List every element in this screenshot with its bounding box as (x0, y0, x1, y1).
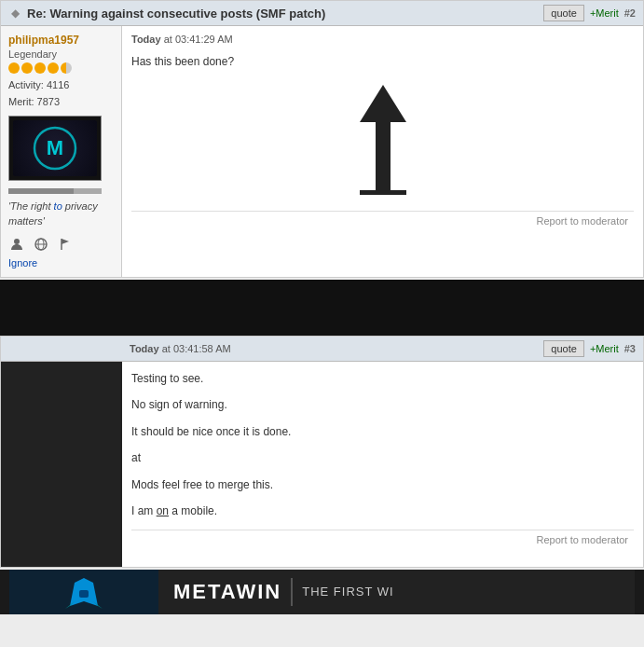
user-info-1: philipma1957 Legendary Activity: 4116 Me… (1, 26, 122, 277)
date-today-1: Today (131, 34, 161, 45)
post-title: Re: Warning against consecutive posts (S… (27, 7, 538, 21)
quote-button-1[interactable]: quote (543, 5, 584, 21)
merit-button-1[interactable]: +Merit (590, 7, 619, 19)
post-content-1: Today at 03:41:29 AM Has this been done? (122, 26, 643, 277)
banner-text-area[interactable]: METAWIN THE FIRST WI (158, 570, 635, 614)
post-line-6: I am on a mobile. (131, 502, 634, 520)
post-line-2: No sign of warning. (131, 395, 634, 414)
post-line-4: at (131, 448, 634, 467)
banner-logo-area[interactable] (9, 570, 158, 614)
date-at-2: at (162, 343, 171, 354)
line-6-before: I am (131, 504, 157, 517)
star-1 (8, 62, 20, 74)
post-2: Today at 03:41:58 AM quote +Merit #3 Tes… (0, 336, 644, 568)
banner: METAWIN THE FIRST WI (0, 570, 644, 614)
report-moderator-link-1[interactable]: Report to moderator (537, 215, 628, 227)
user-stars-1 (8, 62, 114, 74)
svg-rect-10 (360, 190, 406, 195)
activity-label: Activity: (8, 79, 44, 90)
user-rank-1: Legendary (8, 48, 114, 60)
flag-icon[interactable] (57, 236, 74, 253)
banner-brand: METAWIN (173, 580, 281, 604)
quote-button-2[interactable]: quote (543, 340, 584, 357)
report-link-1: Report to moderator (131, 211, 634, 230)
post-body-text-1: Has this been done? (131, 55, 234, 68)
report-link-2: Report to moderator (131, 530, 634, 549)
date-at-1: at (164, 34, 172, 45)
svg-point-2 (14, 239, 20, 244)
post-actions-2: quote +Merit #3 (543, 340, 636, 357)
globe-icon[interactable] (33, 236, 49, 253)
date-time-1: 03:41:29 AM (175, 34, 233, 45)
post-line-5: Mods feel free to merge this. (131, 475, 634, 494)
post-number-2: #3 (624, 343, 636, 354)
up-arrow-svg (355, 80, 411, 201)
user-avatar-1: M (8, 116, 102, 181)
report-moderator-link-2[interactable]: Report to moderator (537, 534, 628, 545)
svg-marker-13 (93, 601, 103, 609)
merit-button-2[interactable]: +Merit (590, 343, 619, 354)
quote-link[interactable]: to (54, 200, 62, 212)
banner-tagline: THE FIRST WI (302, 585, 393, 599)
post-text-2: Testing to see. No sign of warning. It s… (131, 369, 634, 520)
line-6-on: on (157, 504, 169, 517)
star-2 (21, 62, 33, 74)
post-actions: quote +Merit #2 (543, 5, 636, 21)
ignore-link-1[interactable]: Ignore (8, 257, 37, 268)
date-today-2: Today (130, 343, 159, 354)
post-line-1: Testing to see. (131, 369, 634, 388)
post-body-2: Testing to see. No sign of warning. It s… (1, 362, 643, 567)
post-text-1: Has this been done? (131, 52, 634, 71)
post-date-1: Today at 03:41:29 AM (131, 34, 634, 45)
date-time-2: 03:41:58 AM (173, 343, 231, 354)
user-quote-1: 'The right to privacy matters' (8, 200, 114, 228)
activity-value: 4116 (47, 79, 69, 90)
svg-rect-9 (376, 122, 391, 192)
post-1: ◆ Re: Warning against consecutive posts … (0, 0, 644, 278)
arrow-graphic (131, 80, 634, 201)
progress-fill-1 (8, 188, 74, 194)
black-overlay (0, 280, 644, 336)
star-5 (61, 62, 72, 74)
line-6-after: a mobile. (169, 504, 217, 517)
user-info-2 (1, 362, 122, 567)
quote-before: 'The right (8, 200, 54, 212)
post-date-2: Today at 03:41:58 AM (130, 343, 231, 354)
post-header-1: ◆ Re: Warning against consecutive posts … (1, 1, 643, 26)
username-1[interactable]: philipma1957 (8, 34, 114, 47)
post-line-3: It should be nice once it is done. (131, 422, 634, 441)
svg-rect-14 (79, 590, 89, 598)
post-body-1: philipma1957 Legendary Activity: 4116 Me… (1, 26, 643, 277)
star-3 (34, 62, 46, 74)
svg-marker-7 (62, 239, 69, 244)
diamond-icon: ◆ (8, 7, 21, 20)
post-number-1: #2 (624, 7, 636, 19)
avatar-logo: M (13, 120, 97, 176)
star-4 (48, 62, 59, 74)
svg-marker-12 (65, 601, 75, 609)
banner-logo-icon (61, 573, 107, 611)
user-stats-1: Activity: 4116 Merit: 7873 (8, 77, 114, 110)
avatar-svg: M (22, 125, 88, 172)
merit-label: Merit: (8, 96, 34, 107)
progress-bar-1 (8, 188, 102, 194)
banner-divider (291, 578, 293, 606)
svg-text:M: M (47, 136, 63, 159)
profile-icon[interactable] (8, 236, 25, 253)
user-actions-1 (8, 236, 114, 253)
merit-value: 7873 (37, 96, 60, 107)
svg-marker-8 (360, 85, 406, 122)
post-content-2: Testing to see. No sign of warning. It s… (122, 362, 643, 567)
post-header-2: Today at 03:41:58 AM quote +Merit #3 (1, 337, 643, 362)
